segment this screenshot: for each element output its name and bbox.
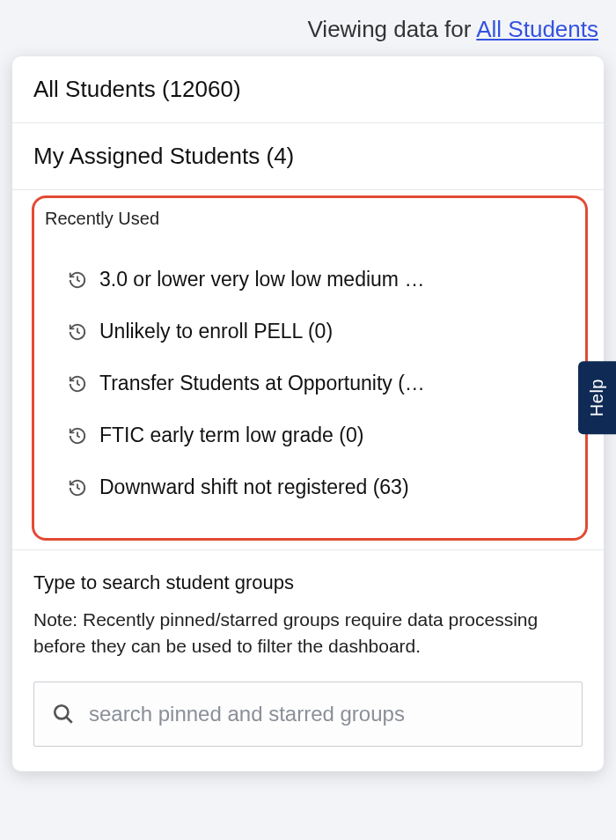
filter-header: Viewing data for All Students [0,0,616,59]
recent-item[interactable]: FTIC early term low grade (0) [43,409,576,461]
search-section: Type to search student groups Note: Rece… [12,550,604,771]
recent-item-label: Downward shift not registered (63) [99,475,409,499]
recent-item[interactable]: Unlikely to enroll PELL (0) [43,306,576,357]
search-note: Note: Recently pinned/starred groups req… [33,607,583,660]
history-icon [68,426,87,446]
search-heading: Type to search student groups [33,571,583,594]
svg-line-1 [66,717,72,723]
search-icon [52,703,75,726]
history-icon [68,322,87,342]
search-box[interactable] [33,682,583,747]
recent-item-label: FTIC early term low grade (0) [99,424,363,447]
filter-link[interactable]: All Students [476,16,598,42]
history-icon [68,478,87,497]
recent-item-label: Transfer Students at Opportunity (… [99,372,425,395]
history-icon [68,270,87,290]
recently-used-heading: Recently Used [45,209,576,229]
recent-item-label: 3.0 or lower very low low medium … [99,268,424,291]
history-icon [68,374,87,394]
help-tab[interactable]: Help [578,361,616,434]
all-students-option[interactable]: All Students (12060) [12,56,604,123]
recent-item[interactable]: 3.0 or lower very low low medium … [43,254,576,306]
recent-item[interactable]: Downward shift not registered (63) [43,461,576,513]
search-input[interactable] [89,702,564,726]
recently-used-section: Recently Used 3.0 or lower very low low … [32,195,588,541]
recent-list: 3.0 or lower very low low medium … Unlik… [43,254,576,513]
recent-item[interactable]: Transfer Students at Opportunity (… [43,357,576,409]
my-assigned-option[interactable]: My Assigned Students (4) [12,123,604,190]
filter-prefix: Viewing data for [307,16,476,42]
student-group-dropdown: All Students (12060) My Assigned Student… [12,56,604,771]
recent-item-label: Unlikely to enroll PELL (0) [99,320,333,343]
svg-point-0 [55,705,68,718]
